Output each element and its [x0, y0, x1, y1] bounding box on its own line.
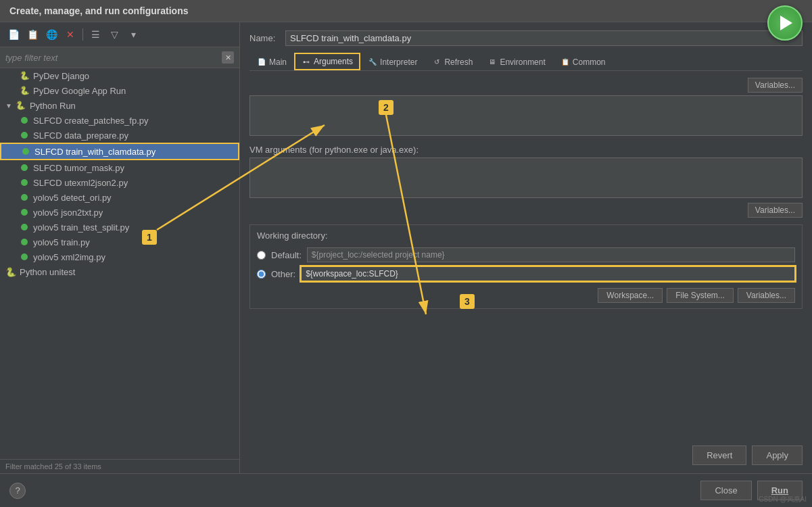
utexml-icon	[19, 177, 30, 188]
collapse-button[interactable]: ☰	[87, 26, 103, 43]
tree-item-tumor-mask[interactable]: SLFCD tumor_mask.py	[0, 160, 239, 175]
workspace-button[interactable]: Workspace...	[598, 288, 663, 303]
tree-item-pydev-django[interactable]: 🐍 PyDev Django	[0, 68, 239, 83]
create-patches-icon	[19, 115, 30, 126]
tree-item-utexml[interactable]: SLFCD utexml2json2.py	[0, 175, 239, 190]
filesystem-button[interactable]: File System...	[667, 288, 734, 303]
help-button[interactable]: ?	[9, 483, 26, 499]
vm-variables-button[interactable]: Variables...	[748, 203, 803, 218]
tab-common-label: Common	[573, 57, 606, 67]
play-icon	[780, 16, 792, 30]
tab-interpreter[interactable]: 🔧 Interpreter	[360, 53, 425, 70]
apply-button[interactable]: Apply	[752, 445, 803, 465]
tree-item-python-unittest[interactable]: 🐍 Python unitest	[0, 264, 239, 279]
pydev-django-icon: 🐍	[19, 70, 30, 81]
delete-red-button[interactable]: ✕	[62, 26, 78, 43]
expand-arrow-icon: ▼	[5, 102, 12, 110]
tree-item-data-prepare[interactable]: SLFCD data_prepare.py	[0, 128, 239, 143]
tree-item-create-patches[interactable]: SLFCD create_patches_fp.py	[0, 113, 239, 128]
tree-item-train-test-split[interactable]: yolov5 train_test_split.py	[0, 220, 239, 235]
content-area: Variables... VM arguments (for python.ex…	[249, 78, 803, 439]
tabs-bar: 📄 Main ⊷ Arguments 🔧 Interpreter ↺ Refre…	[249, 53, 803, 71]
name-input[interactable]	[285, 30, 803, 46]
filter-button[interactable]: ▽	[106, 26, 122, 43]
close-button[interactable]: Close	[700, 481, 751, 500]
tab-refresh[interactable]: ↺ Refresh	[425, 53, 480, 70]
tree-item-detect-ori[interactable]: yolov5 detect_ori.py	[0, 190, 239, 205]
delete-config-button[interactable]: 🌐	[43, 26, 59, 43]
program-args-input[interactable]	[249, 95, 803, 136]
tree-item-label: SLFCD utexml2json2.py	[33, 178, 128, 188]
tree-container: 🐍 PyDev Django 🐍 PyDev Google App Run ▼ …	[0, 68, 239, 459]
tree-item-label: PyDev Google App Run	[33, 86, 126, 96]
title-bar: Create, manage, and run configurations	[0, 0, 812, 22]
tree-item-python-run-group[interactable]: ▼ 🐍 Python Run	[0, 98, 239, 113]
other-radio-label: Other:	[271, 269, 295, 279]
default-dir-row: Default:	[257, 247, 795, 262]
bottom-bar: ? Close Run	[0, 473, 812, 507]
dropdown-button[interactable]: ▾	[125, 26, 141, 43]
tree-item-json2txt[interactable]: yolov5 json2txt.py	[0, 205, 239, 220]
left-toolbar: 📄 📋 🌐 ✕ ☰ ▽ ▾	[0, 22, 239, 47]
tree-item-label: SLFCD data_prepare.py	[33, 130, 128, 141]
vm-args-label: VM arguments (for python.exe or java.exe…	[249, 145, 803, 155]
tab-main-label: Main	[269, 57, 287, 67]
program-variables-button[interactable]: Variables...	[748, 78, 803, 93]
watermark: CSDN @凤凰AI	[759, 495, 807, 504]
dialog-title: Create, manage, and run configurations	[9, 5, 189, 16]
tab-common[interactable]: 📋 Common	[553, 53, 613, 70]
tab-interpreter-label: Interpreter	[380, 57, 417, 67]
tree-item-xml2img[interactable]: yolov5 xml2img.py	[0, 249, 239, 264]
revert-button[interactable]: Revert	[692, 445, 746, 465]
python-run-icon: 🐍	[16, 100, 26, 111]
tree-item-label: yolov5 detect_ori.py	[33, 193, 112, 203]
common-tab-icon: 📋	[560, 57, 570, 67]
tree-item-pydev-google[interactable]: 🐍 PyDev Google App Run	[0, 83, 239, 98]
filter-box: ✕	[0, 47, 239, 68]
name-label: Name:	[249, 33, 280, 43]
tree-group-end-label: Python unitest	[20, 267, 75, 277]
tree-item-label: SLFCD tumor_mask.py	[33, 163, 124, 173]
bottom-left: ?	[9, 483, 26, 499]
other-radio[interactable]	[257, 270, 266, 279]
json2txt-icon	[19, 207, 30, 218]
filter-input[interactable]	[5, 53, 222, 63]
train-icon	[19, 237, 30, 247]
tab-arguments[interactable]: ⊷ Arguments	[294, 53, 360, 70]
tree-item-train-clamdata[interactable]: SLFCD train_with_clamdata.py	[0, 143, 239, 160]
tab-arguments-label: Arguments	[314, 57, 353, 66]
working-dir-label: Working directory:	[257, 231, 795, 241]
default-dir-input[interactable]	[307, 247, 795, 262]
filter-status: Filter matched 25 of 33 items	[0, 459, 239, 473]
train-test-split-icon	[19, 222, 30, 233]
tree-item-train[interactable]: yolov5 train.py	[0, 235, 239, 249]
dir-variables-button[interactable]: Variables...	[738, 288, 795, 303]
vm-args-section: VM arguments (for python.exe or java.exe…	[249, 145, 803, 218]
other-dir-row: Other:	[257, 266, 795, 281]
default-radio[interactable]	[257, 251, 266, 260]
copy-config-button[interactable]: 📋	[24, 26, 41, 43]
filter-clear-button[interactable]: ✕	[222, 51, 234, 64]
tree-item-label: yolov5 xml2img.py	[33, 252, 105, 262]
revert-apply-row: Revert Apply	[249, 445, 803, 465]
python-unittest-icon: 🐍	[5, 266, 16, 277]
pydev-google-icon: 🐍	[19, 85, 30, 96]
refresh-tab-icon: ↺	[432, 57, 441, 67]
tab-main[interactable]: 📄 Main	[249, 53, 294, 70]
name-row: Name:	[249, 30, 803, 46]
default-radio-label: Default:	[271, 250, 302, 260]
tree-item-label: SLFCD train_with_clamdata.py	[34, 147, 156, 157]
tree-group-label: Python Run	[30, 101, 76, 111]
main-tab-icon: 📄	[257, 57, 266, 67]
tree-item-label: yolov5 train.py	[33, 237, 90, 247]
detect-ori-icon	[19, 192, 30, 203]
vm-args-input[interactable]	[249, 158, 803, 198]
run-play-button[interactable]	[767, 5, 803, 41]
interp-tab-icon: 🔧	[368, 57, 377, 67]
left-panel: 📄 📋 🌐 ✕ ☰ ▽ ▾ ✕ 🐍 PyDev Django	[0, 22, 240, 473]
tab-environment[interactable]: 🖥 Environment	[480, 53, 552, 70]
env-tab-icon: 🖥	[487, 57, 497, 67]
new-config-button[interactable]: 📄	[5, 26, 22, 43]
other-dir-input[interactable]	[301, 266, 795, 281]
tab-refresh-label: Refresh	[444, 57, 473, 67]
